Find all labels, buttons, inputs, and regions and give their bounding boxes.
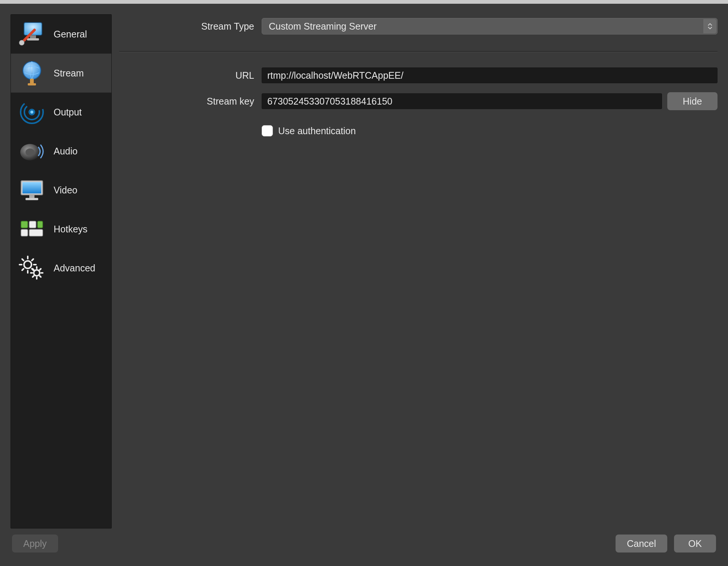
svg-point-23 bbox=[24, 261, 31, 268]
url-row: URL bbox=[119, 67, 718, 83]
svg-line-30 bbox=[22, 269, 24, 270]
svg-line-39 bbox=[33, 276, 34, 277]
svg-rect-17 bbox=[25, 198, 38, 200]
stream-type-row: Stream Type Custom Streaming Server bbox=[119, 18, 718, 34]
svg-line-37 bbox=[33, 269, 34, 270]
sidebar-item-general[interactable]: General bbox=[11, 15, 111, 54]
sidebar-item-label: Stream bbox=[54, 68, 84, 79]
svg-line-38 bbox=[40, 276, 41, 277]
svg-rect-19 bbox=[29, 221, 36, 228]
hide-button[interactable]: Hide bbox=[667, 92, 718, 110]
sidebar-item-label: Advanced bbox=[54, 263, 95, 274]
svg-rect-6 bbox=[30, 79, 34, 83]
svg-point-4 bbox=[19, 40, 24, 45]
advanced-icon bbox=[16, 252, 48, 284]
stream-type-dropdown[interactable]: Custom Streaming Server bbox=[262, 18, 718, 34]
svg-line-40 bbox=[40, 269, 41, 270]
svg-point-13 bbox=[25, 148, 34, 156]
body-area: General bbox=[0, 4, 728, 566]
svg-rect-2 bbox=[27, 38, 39, 40]
audio-icon bbox=[16, 135, 48, 167]
stream-type-label: Stream Type bbox=[119, 21, 262, 32]
upper-panel: General bbox=[10, 14, 718, 529]
apply-button: Apply bbox=[12, 535, 58, 553]
sidebar-item-label: Hotkeys bbox=[54, 224, 87, 235]
stream-icon bbox=[16, 57, 48, 89]
dropdown-arrows-icon bbox=[703, 19, 716, 33]
sidebar-item-label: General bbox=[54, 29, 87, 40]
content-panel: Stream Type Custom Streaming Server URL bbox=[119, 14, 718, 529]
sidebar-item-audio[interactable]: Audio bbox=[11, 132, 111, 171]
svg-rect-1 bbox=[30, 35, 36, 38]
output-icon bbox=[16, 96, 48, 128]
general-icon bbox=[16, 18, 48, 50]
sidebar-item-label: Video bbox=[54, 185, 78, 196]
sidebar-item-output[interactable]: Output bbox=[11, 93, 111, 132]
svg-line-31 bbox=[32, 259, 33, 261]
svg-line-28 bbox=[22, 259, 24, 261]
sidebar-item-label: Output bbox=[54, 107, 82, 118]
use-auth-label: Use authentication bbox=[278, 126, 356, 136]
svg-point-32 bbox=[34, 270, 40, 276]
stream-key-input[interactable] bbox=[262, 93, 662, 109]
sidebar-item-video[interactable]: Video bbox=[11, 171, 111, 210]
sidebar-item-advanced[interactable]: Advanced bbox=[11, 249, 111, 287]
video-icon bbox=[16, 174, 48, 206]
url-label: URL bbox=[119, 70, 262, 81]
stream-type-value: Custom Streaming Server bbox=[269, 21, 377, 32]
settings-window: General bbox=[0, 0, 728, 566]
sidebar: General bbox=[10, 14, 112, 529]
svg-rect-21 bbox=[21, 229, 28, 236]
stream-key-row: Stream key Hide bbox=[119, 92, 718, 110]
use-auth-checkbox[interactable] bbox=[262, 125, 273, 136]
sidebar-item-label: Audio bbox=[54, 146, 78, 157]
stream-key-label: Stream key bbox=[119, 96, 262, 107]
use-auth-row: Use authentication bbox=[262, 125, 718, 136]
svg-rect-15 bbox=[22, 182, 41, 193]
svg-rect-20 bbox=[37, 221, 43, 228]
hotkeys-icon bbox=[16, 213, 48, 245]
titlebar bbox=[0, 0, 728, 4]
sidebar-item-hotkeys[interactable]: Hotkeys bbox=[11, 210, 111, 249]
url-input[interactable] bbox=[262, 67, 718, 83]
svg-rect-18 bbox=[21, 221, 28, 228]
svg-point-5 bbox=[23, 61, 41, 79]
sidebar-item-stream[interactable]: Stream bbox=[11, 54, 111, 93]
svg-rect-16 bbox=[29, 195, 34, 198]
svg-point-11 bbox=[30, 111, 33, 114]
footer: Apply Cancel OK bbox=[10, 529, 718, 559]
ok-button[interactable]: OK bbox=[674, 535, 716, 553]
svg-rect-7 bbox=[28, 83, 36, 85]
cancel-button[interactable]: Cancel bbox=[616, 535, 667, 553]
svg-rect-22 bbox=[29, 229, 43, 236]
divider bbox=[119, 51, 718, 52]
